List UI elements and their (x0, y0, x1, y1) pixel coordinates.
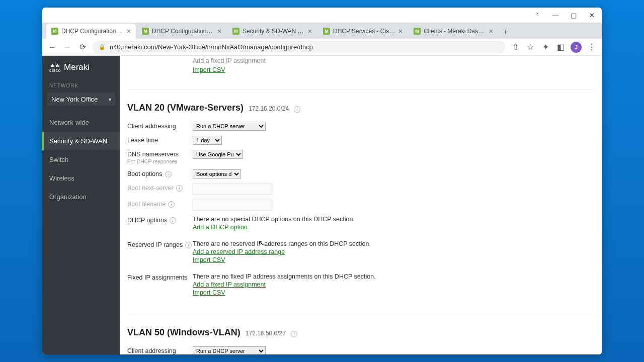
vlan-section: VLAN 50 (Windows-VLAN) 172.16.50.0/27 i … (127, 314, 595, 354)
lock-icon: 🔒 (99, 44, 106, 50)
info-icon[interactable]: i (170, 217, 176, 224)
boot-options-select[interactable]: Boot options disabled (193, 169, 241, 178)
previous-section-tail: Add a fixed IP assignment Import CSV (127, 56, 595, 89)
fixed-ip-empty: There are no fixed IP address assignment… (193, 273, 595, 280)
sidebar: cisco Meraki NETWORK New York Office ▾ N… (42, 56, 120, 354)
sidepanel-icon[interactable]: ◧ (555, 42, 566, 52)
profile-avatar[interactable]: J (571, 42, 582, 53)
network-section-label: NETWORK (42, 79, 120, 90)
favicon-icon: M (414, 28, 421, 35)
info-icon[interactable]: i (185, 242, 192, 248)
window-chevron-icon[interactable]: ˅ (531, 9, 543, 21)
share-icon[interactable]: ⇧ (510, 42, 520, 52)
boot-options-label: Boot options (127, 170, 163, 177)
add-fixed-link[interactable]: Add a fixed IP assignment (193, 57, 266, 64)
info-icon[interactable]: i (176, 185, 183, 192)
sidebar-item-wireless[interactable]: Wireless (42, 169, 120, 188)
url-text: n40.meraki.com/New-York-Office/n/mnNxAaO… (110, 43, 313, 51)
info-icon[interactable]: i (168, 201, 175, 208)
fixed-ip-label: Fixed IP assignments (127, 274, 187, 281)
forward-button[interactable]: → (62, 42, 72, 52)
info-icon[interactable]: i (165, 171, 172, 177)
tab-close-icon[interactable]: × (489, 27, 493, 35)
dhcp-options-label: DHCP options (127, 217, 167, 224)
window-minimize-button[interactable]: — (549, 9, 561, 21)
tab-title: Clients - Meraki Dashboard (424, 28, 486, 35)
back-button[interactable]: ← (47, 42, 57, 52)
dns-sublabel: For DHCP responses (127, 158, 178, 164)
import-csv-link[interactable]: Import CSV (193, 289, 225, 296)
reserved-ip-empty: There are no reserved IP address ranges … (193, 240, 595, 247)
client-addressing-label: Client addressing (127, 122, 193, 130)
url-input[interactable]: 🔒 n40.meraki.com/New-York-Office/n/mnNxA… (93, 41, 505, 54)
window-close-button[interactable]: ✕ (586, 9, 598, 21)
browser-window: ˅ — ▢ ✕ M DHCP Configuration - Meraki D … (42, 8, 602, 354)
vlan-subnet: 172.16.20.0/24 (249, 105, 289, 112)
browser-tab[interactable]: M Security & SD-WAN - Meraki D × (227, 24, 317, 39)
browser-tab[interactable]: M DHCP Configuration - Meraki D × (137, 24, 226, 39)
vlan-subnet: 172.16.50.0/27 (246, 330, 286, 337)
logo-text: Meraki (64, 62, 90, 72)
chevron-down-icon: ▾ (109, 97, 111, 102)
lease-time-select[interactable]: 1 day (193, 136, 222, 145)
favicon-icon: M (142, 28, 149, 35)
sidebar-item-network-wide[interactable]: Network-wide (42, 113, 120, 132)
boot-next-server-label: Boot next-server (127, 185, 174, 192)
info-icon[interactable]: i (294, 106, 300, 113)
dhcp-options-empty: There are no special DHCP options on thi… (193, 216, 595, 223)
tab-bar: M DHCP Configuration - Meraki D × M DHCP… (42, 23, 602, 39)
client-addressing-label: Client addressing (127, 346, 193, 354)
info-icon[interactable]: i (291, 331, 297, 337)
vlan-section: VLAN 20 (VMware-Servers) 172.16.20.0/24 … (127, 89, 595, 314)
window-maximize-button[interactable]: ▢ (568, 9, 580, 21)
tab-title: DHCP Configuration - Meraki D (61, 28, 124, 35)
browser-tab[interactable]: M Clients - Meraki Dashboard × (409, 24, 498, 39)
main-content[interactable]: ↖ Add a fixed IP assignment Import CSV V… (120, 56, 602, 354)
tab-close-icon[interactable]: × (217, 27, 221, 35)
network-selected: New York Office (51, 96, 98, 103)
network-selector[interactable]: New York Office ▾ (47, 93, 115, 106)
tab-title: DHCP Services - Cisco Meraki (333, 28, 395, 35)
boot-filename-input[interactable] (193, 200, 272, 211)
menu-icon[interactable]: ⋮ (587, 42, 597, 52)
tab-title: DHCP Configuration - Meraki D (152, 28, 214, 35)
cisco-logo-icon: cisco (49, 62, 61, 73)
dns-select[interactable]: Use Google Public DNS (193, 150, 243, 159)
favicon-icon: M (51, 28, 58, 35)
boot-next-server-input[interactable] (193, 184, 272, 195)
add-dhcp-option-link[interactable]: Add a DHCP option (193, 224, 248, 231)
browser-tab[interactable]: M DHCP Services - Cisco Meraki × (318, 24, 408, 39)
new-tab-button[interactable]: + (499, 26, 512, 39)
sidebar-item-switch[interactable]: Switch (42, 150, 120, 169)
vlan-title: VLAN 50 (Windows-VLAN) (127, 327, 240, 338)
reserved-ip-label: Reserved IP ranges (127, 241, 183, 248)
extensions-icon[interactable]: ✦ (540, 42, 550, 52)
window-titlebar: ˅ — ▢ ✕ (42, 8, 602, 23)
import-csv-link[interactable]: Import CSV (193, 256, 225, 263)
vlan-title: VLAN 20 (VMware-Servers) (127, 103, 244, 113)
add-fixed-link[interactable]: Add a fixed IP assignment (193, 281, 266, 288)
favicon-icon: M (232, 28, 239, 35)
sidebar-item-organization[interactable]: Organization (42, 188, 120, 206)
bookmark-icon[interactable]: ☆ (525, 42, 535, 52)
dns-label: DNS nameservers (127, 151, 179, 158)
favicon-icon: M (323, 28, 330, 35)
tab-close-icon[interactable]: × (127, 27, 131, 35)
client-addressing-select[interactable]: Run a DHCP server (193, 346, 266, 354)
tab-title: Security & SD-WAN - Meraki D (243, 28, 305, 35)
logo: cisco Meraki (42, 56, 120, 79)
add-reserved-link[interactable]: Add a reserved IP address range (193, 248, 285, 255)
tab-close-icon[interactable]: × (398, 27, 403, 35)
address-bar: ← → ⟳ 🔒 n40.meraki.com/New-York-Office/n… (42, 39, 602, 56)
tab-close-icon[interactable]: × (308, 27, 312, 35)
reload-button[interactable]: ⟳ (77, 42, 88, 52)
client-addressing-select[interactable]: Run a DHCP server (193, 122, 266, 131)
lease-time-label: Lease time (127, 136, 193, 144)
browser-tab[interactable]: M DHCP Configuration - Meraki D × (46, 24, 136, 39)
import-csv-link[interactable]: Import CSV (193, 66, 225, 73)
boot-filename-label: Boot filename (127, 201, 166, 208)
sidebar-item-security[interactable]: Security & SD-WAN (42, 132, 120, 150)
